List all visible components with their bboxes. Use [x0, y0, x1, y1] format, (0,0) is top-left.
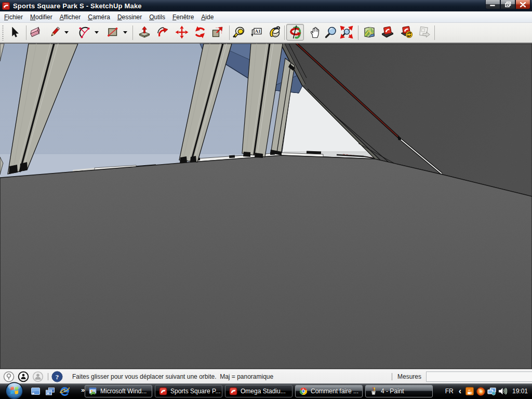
taskbtn-omega-stadium[interactable]: Omega Stadiu... — [225, 385, 292, 397]
push-pull-icon — [138, 25, 151, 39]
system-tray: FR ‹ — [445, 383, 532, 399]
select-tool-button[interactable] — [6, 24, 22, 41]
add-location-button[interactable] — [361, 24, 377, 41]
get-models-button[interactable] — [379, 24, 395, 41]
zoom-extents-tool-button[interactable] — [338, 24, 354, 41]
show-desktop-icon[interactable] — [30, 386, 41, 396]
volume-icon[interactable] — [498, 387, 507, 396]
select-arrow-icon — [8, 25, 21, 39]
task-buttons: Microsoft Wind... Sports Square P... Ome… — [85, 385, 433, 397]
sign-in-icon[interactable] — [32, 371, 44, 382]
tape-measure-tool-button[interactable] — [231, 24, 247, 41]
menu-modifier[interactable]: Modifier — [26, 12, 56, 22]
menu-bar: Fichier Modifier Afficher Caméra Dessine… — [0, 11, 532, 23]
status-hint-text: Faites glisser pour vous déplacer suivan… — [72, 373, 273, 380]
credits-icon[interactable] — [18, 371, 29, 382]
orbit-icon — [288, 25, 302, 39]
measure-input[interactable] — [426, 371, 532, 382]
zoom-icon — [324, 25, 338, 39]
geolocation-icon[interactable] — [3, 371, 15, 382]
tape-measure-icon — [232, 25, 246, 39]
paint-bucket-tool-button[interactable] — [265, 24, 282, 41]
taskbtn-chrome-comment-faire[interactable]: Comment faire ... — [295, 385, 363, 397]
send-to-layout-button-disabled — [416, 24, 432, 41]
rectangle-tool-dropdown[interactable] — [122, 24, 128, 41]
menu-outils[interactable]: Outils — [145, 12, 169, 22]
pan-tool-button[interactable] — [307, 24, 323, 41]
eraser-icon: eraser — [28, 25, 42, 39]
get-models-icon — [381, 25, 394, 39]
share-model-button[interactable] — [398, 24, 415, 41]
share-model-icon — [400, 25, 414, 39]
move-tool-button[interactable] — [174, 24, 190, 41]
move-icon — [175, 25, 189, 39]
sketchup-scene — [0, 44, 532, 369]
avast-icon[interactable] — [476, 387, 485, 396]
java-update-icon[interactable] — [466, 387, 474, 396]
quick-launch — [30, 383, 70, 399]
switch-windows-icon[interactable] — [45, 386, 55, 396]
paint-icon — [369, 387, 378, 395]
push-pull-tool-button[interactable] — [136, 24, 152, 41]
rectangle-tool-button[interactable] — [104, 24, 121, 41]
taskbtn-microsoft-windows[interactable]: Microsoft Wind... — [85, 385, 152, 397]
line-tool-button[interactable] — [46, 24, 62, 41]
internet-explorer-icon[interactable] — [59, 386, 70, 396]
follow-me-tool-button[interactable] — [155, 24, 171, 41]
restore-button[interactable] — [500, 0, 515, 9]
help-icon[interactable]: ? — [51, 371, 63, 382]
scale-icon — [210, 25, 224, 39]
menu-fichier[interactable]: Fichier — [1, 12, 26, 22]
menu-camera[interactable]: Caméra — [84, 12, 114, 22]
status-bar: ? Faites glisser pour vous déplacer suiv… — [0, 369, 532, 383]
zoom-extents-icon — [340, 25, 353, 39]
map-icon — [363, 25, 376, 39]
sketchup-app-icon — [2, 2, 10, 10]
close-button[interactable] — [515, 0, 530, 9]
pencil-icon — [48, 25, 61, 39]
toolbar-grip[interactable] — [2, 25, 4, 41]
rotate-tool-button[interactable] — [192, 24, 208, 41]
network-icon[interactable] — [487, 387, 496, 396]
taskbar-clock[interactable]: 19:01 — [512, 388, 528, 395]
chrome-icon — [299, 387, 308, 395]
svg-text:?: ? — [56, 373, 59, 380]
menu-dessiner[interactable]: Dessiner — [114, 12, 145, 22]
line-tool-dropdown[interactable] — [63, 24, 69, 41]
sketchup-icon — [159, 387, 167, 395]
text-icon: A1 — [249, 25, 263, 39]
language-indicator[interactable]: FR — [445, 388, 454, 395]
paint-bucket-icon — [267, 25, 281, 39]
menu-afficher[interactable]: Afficher — [56, 12, 84, 22]
model-viewport[interactable] — [0, 44, 532, 369]
toolbar: eraser — [0, 23, 532, 44]
taskbtn-paint[interactable]: 4 - Paint — [365, 385, 433, 397]
send-to-layout-icon — [418, 25, 431, 39]
menu-fenetre[interactable]: Fenêtre — [169, 12, 197, 22]
scale-tool-button[interactable] — [209, 24, 225, 41]
arc-tool-dropdown[interactable] — [94, 24, 99, 41]
arc-tool-button[interactable] — [76, 24, 92, 41]
minimize-button[interactable] — [485, 0, 500, 9]
title-bar: Sports Square Park S - SketchUp Make — [0, 0, 532, 11]
text-tool-button[interactable]: A1 — [248, 24, 264, 41]
follow-me-icon — [156, 25, 170, 39]
taskbtn-sports-square-park[interactable]: Sports Square P... — [155, 385, 222, 397]
rectangle-icon — [106, 25, 119, 39]
rotate-icon — [193, 25, 207, 39]
taskbar: » Microsoft Wind... Sports Square P... — [0, 383, 532, 399]
eraser-tool-button[interactable]: eraser — [26, 24, 43, 41]
measure-label: Mesures — [397, 373, 421, 380]
sketchup-icon — [229, 387, 237, 395]
svg-text:A1: A1 — [255, 29, 260, 34]
menu-aide[interactable]: Aide — [197, 12, 217, 22]
windows-app-icon — [89, 387, 97, 395]
floor-plane — [0, 148, 532, 369]
window-title: Sports Square Park S - SketchUp Make — [13, 2, 142, 10]
zoom-tool-button[interactable] — [323, 24, 339, 41]
tray-chevron-icon[interactable]: ‹ — [459, 387, 461, 396]
orbit-tool-button[interactable] — [286, 24, 304, 41]
start-button[interactable] — [5, 381, 24, 399]
arc-icon — [77, 25, 91, 39]
pan-hand-icon — [309, 25, 322, 39]
